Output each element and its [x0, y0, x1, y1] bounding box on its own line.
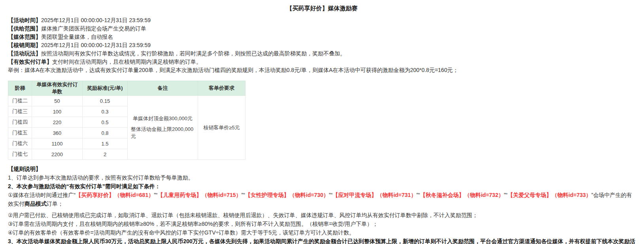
info-line: 【核销周期】2025年12月1日 00:00:00-12月31日 23:59:5…: [8, 41, 636, 49]
rule-condition-4: ④订单的有效客单价（有效客单价=活动周期内产生的没有命中风控的订单下实付GTV÷…: [8, 228, 636, 237]
reward-rate-cell: 0.8: [83, 128, 128, 138]
rule-1: 1、订单达到参与本次激励活动的要求，按照有效实付订单数给予每单激励。: [8, 173, 636, 182]
info-lines: 【活动时间】2025年12月1日 00:00:00-12月31日 23:59:5…: [8, 16, 636, 66]
order-count-cell: 220: [32, 117, 83, 128]
highlighted-text: 【关爱父母专场】（物料id=733）: [508, 192, 591, 198]
rule-condition-1: ①媒体在活动时间通过推广“【买药享好价】（物料id=681）”“【儿童用药专场】…: [8, 191, 636, 208]
rule-2: 2、本次参与激励活动的“有效实付订单”需同时满足如下条件：: [8, 182, 636, 191]
tier-cell: 门槛七: [8, 149, 32, 160]
text-segment: ①媒体在活动时间通过推广“: [8, 192, 76, 198]
tier-cell: 门槛五: [8, 128, 32, 138]
table-row: 门槛二500.15单媒体封顶金额300,000元整体活动金额上限2000,000…: [8, 96, 246, 106]
highlighted-text: 【儿童用药专场】（物料id=715）: [158, 192, 242, 198]
highlighted-text: 200万元: [183, 238, 203, 244]
rewards-table-head-row: 阶梯单媒体有效实付订单数奖励标准(元/单)备注客单价要求: [8, 81, 246, 96]
rule-condition-2: ②用户需已付款、已核销使用或已完成订单，如取消订单、退款订单（包括未核销退款、核…: [8, 211, 636, 219]
text-segment: 商品模式: [25, 200, 47, 207]
highlighted-text: 30万元: [105, 238, 123, 244]
tier-cell: 门槛四: [8, 117, 32, 128]
order-count-cell: 100: [32, 106, 83, 117]
info-label: 【供给范围】: [8, 25, 41, 32]
column-header: 单媒体有效实付订单数: [32, 81, 83, 96]
highlighted-text: 【秋冬滋补会场】（物料id=732）: [420, 192, 504, 198]
info-line: 【媒体范围】美团联盟全量媒体，自动报名: [8, 33, 636, 41]
highlighted-text: 【应对甲流专场】（物料id=731）: [332, 192, 416, 198]
info-label: 【媒体范围】: [8, 34, 41, 40]
remark-line: 整体活动金额上限2000,000元: [131, 126, 195, 140]
tier-cell: 门槛三: [8, 106, 32, 117]
reward-rate-cell: 0.5: [83, 117, 128, 128]
info-line: 【活动玩法】按照活动期间有效实付订单数达成情况，实行阶梯激励，若同时满足多个阶梯…: [8, 49, 636, 58]
text-segment: ”“: [154, 192, 157, 198]
reward-rate-cell: 0.3: [83, 106, 128, 117]
highlighted-text: 【女性护理专场】（物料id=730）: [245, 192, 329, 198]
rule-condition-3: ③订单需在活动周期内支付，且在核销周期内的核销率≥80%，若不满足核销率≥80%…: [8, 219, 636, 228]
info-label: 【活动玩法】: [8, 50, 41, 57]
order-count-cell: 360: [32, 128, 83, 138]
column-header: 客单价要求: [198, 81, 246, 96]
column-header: 备注: [128, 81, 198, 96]
reward-rate-cell: 0.15: [83, 96, 128, 106]
highlighted-text: 【买药享好价】（物料id=681）: [76, 192, 154, 198]
rewards-table: 阶梯单媒体有效实付订单数奖励标准(元/单)备注客单价要求 门槛二500.15单媒…: [8, 81, 246, 160]
info-text: 2025年12月1日 00:00:00-12月31日 23:59:59: [41, 17, 151, 23]
tier-cell: 门槛六: [8, 138, 32, 149]
reward-rate-cell: 1.5: [83, 138, 128, 149]
page-title: 【买药享好价】媒体激励赛: [8, 5, 636, 12]
remark-line: 单媒体封顶金额300,000元: [131, 115, 195, 122]
price-requirement-cell: 核销客单价≥5元: [198, 96, 246, 160]
info-label: 【核销周期】: [8, 42, 41, 48]
info-line: 【活动时间】2025年12月1日 00:00:00-12月31日 23:59:5…: [8, 16, 636, 25]
order-count-cell: 2200: [32, 149, 83, 160]
info-text: 支付时间在活动周期内，且在核销周期内满足核销率的订单。: [52, 59, 202, 65]
info-text: 美团联盟全量媒体，自动报名: [41, 34, 113, 40]
example-text: 举例：媒体A在本次激励活动中，达成有效实付订单量200单，则满足本次激励活动门槛…: [8, 66, 636, 74]
column-header: 奖励标准(元/单): [83, 81, 128, 96]
text-segment: ”“: [504, 192, 507, 198]
campaign-rules-page: 【买药享好价】媒体激励赛 【活动时间】2025年12月1日 00:00:00-1…: [0, 0, 644, 244]
text-segment: ”“: [242, 192, 245, 198]
text-segment: ”“: [329, 192, 332, 198]
remark-cell: 单媒体封顶金额300,000元整体活动金额上限2000,000元: [128, 96, 198, 160]
info-text: 按照活动期间有效实付订单数达成情况，实行阶梯激励，若同时满足多个阶梯，则按照已达…: [41, 50, 346, 57]
text-segment: 订单；: [47, 200, 63, 207]
tier-cell: 门槛二: [8, 96, 32, 106]
rules-section-title: 【规则说明】: [8, 165, 636, 173]
order-count-cell: 1100: [32, 138, 83, 149]
info-line: 【供给范围】媒体推广美团医药指定会场产生交易的订单: [8, 25, 636, 33]
info-text: 媒体推广美团医药指定会场产生交易的订单: [41, 25, 146, 32]
info-line: 【有效实付订单】支付时间在活动周期内，且在核销周期内满足核销率的订单。: [8, 58, 636, 66]
info-label: 【活动时间】: [8, 17, 41, 23]
text-segment: 3、本次活动单媒体奖励金额上限人民币: [8, 238, 105, 244]
info-text: 2025年12月1日 00:00:00-12月31日 23:59:59: [41, 42, 151, 48]
rewards-table-body: 门槛二500.15单媒体封顶金额300,000元整体活动金额上限2000,000…: [8, 96, 246, 160]
text-segment: ，活动总奖励上限人民币: [122, 238, 183, 244]
order-count-cell: 50: [32, 96, 83, 106]
reward-rate-cell: 2: [83, 149, 128, 160]
rule-3: 3、本次活动单媒体奖励金额上限人民币30万元，活动总奖励上限人民币200万元，各…: [8, 237, 636, 244]
info-label: 【有效实付订单】: [8, 59, 52, 65]
column-header: 阶梯: [8, 81, 32, 96]
